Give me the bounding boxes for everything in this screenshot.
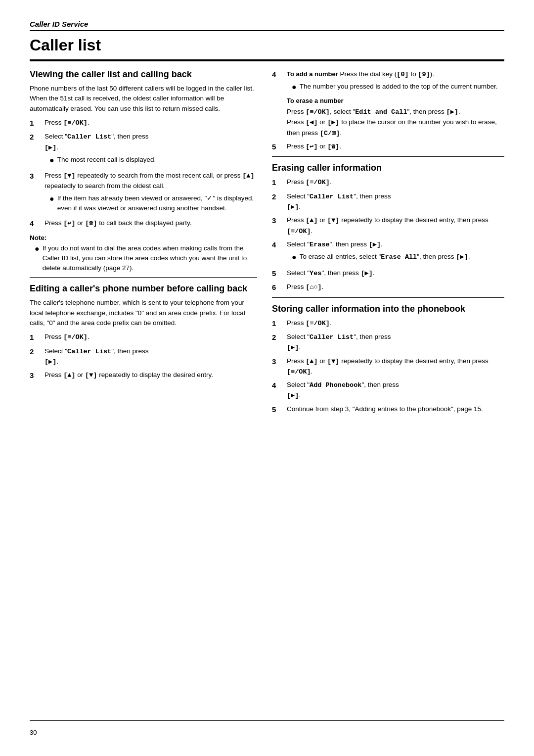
- key-down-3: [▼]: [327, 217, 339, 224]
- erase-step-5-content: Select "Yes", then press [▶].: [287, 268, 504, 280]
- erase-step-6-num: 6: [272, 282, 286, 293]
- step-3: 3 Press [▼] repeatedly to search from th…: [30, 171, 257, 215]
- right-step-4: 4 To add a number Press the dial key ([0…: [272, 69, 504, 139]
- erase-text-1: Press [≡/OK], select "Edit and Call", th…: [287, 108, 460, 115]
- add-phonebook-mono: Add Phonebook: [310, 381, 361, 389]
- edit-step-1-num: 1: [30, 332, 44, 343]
- erase-step-4-bullets: ● To erase all entries, select "Erase Al…: [292, 252, 504, 263]
- yes-mono: Yes: [310, 270, 321, 277]
- store-step-4: 4 Select "Add Phonebook", then press [▶]…: [272, 380, 504, 401]
- caller-list-mono-3: Caller List: [310, 193, 354, 200]
- store-step-5: 5 Continue from step 3, "Adding entries …: [272, 404, 504, 416]
- note-label: Note:: [30, 234, 47, 241]
- erase-step-2-num: 2: [272, 191, 286, 213]
- right-step-5-edit: 5 Press [↩] or [☎].: [272, 142, 504, 153]
- erase-step-4-num: 4: [272, 239, 286, 265]
- to-erase-label: To erase a number: [287, 96, 504, 106]
- store-step-2-content: Select "Caller List", then press [▶].: [287, 332, 504, 353]
- store-step-3: 3 Press [▲] or [▼] repeatedly to display…: [272, 356, 504, 378]
- note-text: If you do not want to dial the area code…: [43, 243, 257, 274]
- add-number-bullet-text: The number you pressed is added to the t…: [300, 82, 498, 93]
- step-1-num: 1: [30, 118, 44, 129]
- key-menu-ok-4: [≡/OK]: [306, 179, 330, 186]
- edit-step-1-content: Press [≡/OK].: [44, 332, 257, 343]
- header-italic-title: Caller ID Service: [30, 20, 504, 28]
- section4-steps: 1 Press [≡/OK]. 2 Select "Caller List", …: [272, 318, 504, 416]
- step-3-num: 3: [30, 171, 44, 215]
- section1-intro: Phone numbers of the last 50 different c…: [30, 84, 257, 114]
- key-handset-1: [↩]: [63, 220, 75, 227]
- key-right-7: [▶]: [456, 253, 468, 261]
- caller-list-mono-1: Caller List: [67, 133, 111, 141]
- store-step-1: 1 Press [≡/OK].: [272, 318, 504, 330]
- erase-step-4-bullet-1: ● To erase all entries, select "Erase Al…: [292, 252, 504, 263]
- edit-step-2: 2 Select "Caller List", then press [▶].: [30, 346, 257, 368]
- erase-step-5: 5 Select "Yes", then press [▶].: [272, 268, 504, 280]
- key-down-4: [▼]: [327, 358, 339, 365]
- step-4: 4 Press [↩] or [☎] to call back the disp…: [30, 218, 257, 230]
- step-1: 1 Press [≡/OK].: [30, 118, 257, 129]
- erase-text-2: Press [◀] or [▶] to place the cursor on …: [287, 118, 497, 136]
- step-3-bullet-1: ● If the item has already been viewed or…: [49, 193, 257, 214]
- right-step-5-edit-content: Press [↩] or [☎].: [287, 142, 504, 153]
- right-edit-steps: 4 To add a number Press the dial key ([0…: [272, 69, 504, 152]
- erase-step-3-num: 3: [272, 215, 286, 236]
- section2-title: Editing a caller's phone number before c…: [30, 284, 257, 294]
- store-step-4-content: Select "Add Phonebook", then press [▶].: [287, 380, 504, 401]
- page: Caller ID Service Caller list Viewing th…: [0, 0, 534, 756]
- store-step-3-num: 3: [272, 356, 286, 378]
- key-handset-2: [↩]: [306, 143, 317, 150]
- store-step-2-num: 2: [272, 332, 286, 353]
- store-step-3-content: Press [▲] or [▼] repeatedly to display t…: [287, 356, 504, 378]
- key-menu-ok-2: [≡/OK]: [63, 333, 88, 341]
- key-9: [9]: [418, 71, 430, 78]
- erase-number-block: To erase a number Press [≡/OK], select "…: [287, 96, 504, 139]
- erase-step-1-content: Press [≡/OK].: [287, 177, 504, 189]
- key-up-3: [▲]: [306, 217, 317, 224]
- section3-title: Erasing caller information: [272, 163, 504, 173]
- key-up-2: [▲]: [63, 372, 75, 379]
- step-3-bullets: ● If the item has already been viewed or…: [49, 193, 257, 214]
- store-step-2: 2 Select "Caller List", then press [▶].: [272, 332, 504, 353]
- caller-list-mono-4: Caller List: [310, 333, 354, 341]
- caller-list-mono-2: Caller List: [67, 348, 111, 355]
- edit-step-3: 3 Press [▲] or [▼] repeatedly to display…: [30, 370, 257, 381]
- erase-step-3: 3 Press [▲] or [▼] repeatedly to display…: [272, 215, 504, 236]
- key-phone-1: [☎]: [85, 220, 97, 227]
- edit-step-3-num: 3: [30, 370, 44, 381]
- erase-step-3-content: Press [▲] or [▼] repeatedly to display t…: [287, 215, 504, 236]
- add-number-bullet-1: ● The number you pressed is added to the…: [292, 82, 504, 93]
- erase-step-6-content: Press [⌂○].: [287, 282, 504, 293]
- thin-rule-3: [272, 297, 504, 298]
- key-menu-ok-7: [≡/OK]: [287, 368, 311, 376]
- key-menu-ok-6: [≡/OK]: [306, 320, 330, 327]
- key-right-1: [▶]: [44, 144, 56, 151]
- key-phone-2: [☎]: [327, 143, 339, 150]
- bottom-rule: [30, 720, 504, 721]
- step-3-content: Press [▼] repeatedly to search from the …: [44, 171, 257, 215]
- edit-step-1: 1 Press [≡/OK].: [30, 332, 257, 343]
- right-step-4-content: To add a number Press the dial key ([0] …: [287, 69, 504, 139]
- edit-call-mono: Edit and Call: [355, 108, 407, 116]
- erase-all-text: To erase all entries, select "Erase All"…: [300, 252, 470, 263]
- section3-steps: 1 Press [≡/OK]. 2 Select "Caller List", …: [272, 177, 504, 293]
- right-column: 4 To add a number Press the dial key ([0…: [272, 69, 504, 720]
- key-c-erase: [C/⊠]: [320, 130, 340, 137]
- step-2-bullet-1: ● The most recent call is displayed.: [49, 155, 257, 166]
- add-number-bullets: ● The number you pressed is added to the…: [292, 82, 504, 93]
- edit-step-2-content: Select "Caller List", then press [▶].: [44, 346, 257, 368]
- section1-steps: 1 Press [≡/OK]. 2 Select "Caller List", …: [30, 118, 257, 230]
- right-step-4-num: 4: [272, 69, 286, 139]
- to-add-label: To add a number: [287, 70, 338, 78]
- key-up-4: [▲]: [306, 358, 317, 365]
- erase-mono: Erase: [310, 241, 330, 248]
- store-step-1-content: Press [≡/OK].: [287, 318, 504, 330]
- key-menu-ok-5: [≡/OK]: [287, 228, 311, 235]
- step-3-bullet-1-text: If the item has already been viewed or a…: [57, 193, 257, 214]
- erase-step-2: 2 Select "Caller List", then press [▶].: [272, 191, 504, 213]
- edit-step-3-content: Press [▲] or [▼] repeatedly to display t…: [44, 370, 257, 381]
- step-2-bullet-1-text: The most recent call is displayed.: [57, 155, 156, 166]
- key-right-4: [▶]: [327, 119, 339, 126]
- key-right-8: [▶]: [360, 270, 372, 277]
- key-0: [0]: [397, 71, 408, 78]
